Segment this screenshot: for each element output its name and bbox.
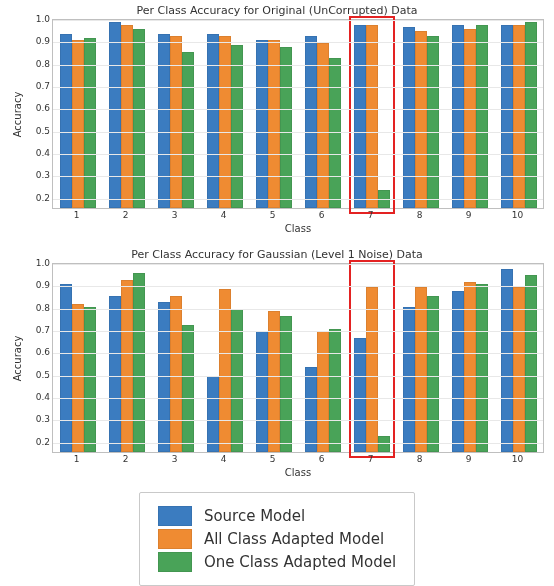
bar	[219, 289, 231, 452]
bar	[329, 58, 341, 208]
bar-group	[256, 18, 292, 208]
bar	[476, 25, 488, 208]
bar-group	[60, 18, 96, 208]
bar	[219, 36, 231, 208]
x-tick: 8	[417, 454, 423, 464]
x-tick: 6	[319, 454, 325, 464]
bar	[366, 287, 378, 452]
x-tick: 3	[172, 210, 178, 220]
bar	[158, 34, 170, 208]
chart-original: Per Class Accuracy for Original (UnCorru…	[10, 4, 544, 234]
x-tick: 10	[512, 454, 523, 464]
x-tick: 7	[368, 210, 374, 220]
bar	[109, 22, 121, 208]
bar-group	[256, 262, 292, 452]
y-tick: 0.8	[36, 59, 50, 69]
bar	[317, 43, 329, 208]
bar-groups	[53, 264, 543, 452]
legend-label: One Class Adapted Model	[204, 553, 396, 571]
bar	[464, 282, 476, 452]
bar-group	[452, 262, 488, 452]
bar	[182, 325, 194, 452]
bar-group	[452, 18, 488, 208]
bar	[305, 367, 317, 452]
bar-group	[158, 18, 194, 208]
chart-title: Per Class Accuracy for Original (UnCorru…	[10, 4, 544, 17]
legend-label: Source Model	[204, 507, 305, 525]
bar	[452, 25, 464, 208]
bar	[415, 31, 427, 208]
bar	[305, 36, 317, 208]
bar	[84, 38, 96, 208]
bar-group	[403, 18, 439, 208]
bar	[427, 36, 439, 208]
y-tick: 0.9	[36, 280, 50, 290]
legend-item-oneclass: One Class Adapted Model	[158, 552, 396, 572]
x-tick: 1	[74, 210, 80, 220]
bar	[464, 29, 476, 208]
bar	[121, 25, 133, 208]
legend-swatch	[158, 552, 192, 572]
bar	[109, 296, 121, 452]
bar	[170, 36, 182, 208]
x-axis: 12345678910	[52, 209, 542, 223]
y-axis-label: Accuracy	[10, 263, 26, 453]
bar-group	[109, 18, 145, 208]
y-tick: 1.0	[36, 258, 50, 268]
y-tick: 0.2	[36, 437, 50, 447]
bar-group	[501, 262, 537, 452]
legend-item-allclass: All Class Adapted Model	[158, 529, 396, 549]
bar	[133, 273, 145, 452]
bar	[513, 287, 525, 452]
x-tick: 2	[123, 454, 129, 464]
bar	[84, 307, 96, 452]
y-axis-label: Accuracy	[10, 19, 26, 209]
plot-area	[52, 263, 544, 453]
bar	[354, 25, 366, 208]
bar	[403, 307, 415, 452]
legend-item-source: Source Model	[158, 506, 396, 526]
x-tick: 8	[417, 210, 423, 220]
x-tick: 6	[319, 210, 325, 220]
bar	[525, 275, 537, 452]
bar-group	[207, 262, 243, 452]
bar	[513, 25, 525, 208]
bar	[427, 296, 439, 452]
y-tick: 1.0	[36, 14, 50, 24]
y-tick: 0.3	[36, 414, 50, 424]
bar-group	[501, 18, 537, 208]
bar	[501, 269, 513, 452]
bar-group	[109, 262, 145, 452]
bar-group	[354, 262, 390, 452]
y-tick: 0.6	[36, 347, 50, 357]
plot-area	[52, 19, 544, 209]
x-axis-label: Class	[52, 223, 544, 234]
bar	[525, 22, 537, 208]
bar-group	[158, 262, 194, 452]
x-tick: 1	[74, 454, 80, 464]
y-tick: 0.6	[36, 103, 50, 113]
bar	[231, 45, 243, 208]
y-tick: 0.4	[36, 392, 50, 402]
x-tick: 7	[368, 454, 374, 464]
chart-gaussian: Per Class Accuracy for Gaussian (Level 1…	[10, 248, 544, 478]
plot-row: Accuracy 0.20.30.40.50.60.70.80.91.0	[10, 19, 544, 209]
x-tick: 9	[466, 210, 472, 220]
legend-container: Source Model All Class Adapted Model One…	[10, 492, 544, 586]
x-tick: 5	[270, 210, 276, 220]
bar	[452, 291, 464, 452]
bar	[133, 29, 145, 208]
bar	[366, 25, 378, 208]
bar	[329, 329, 341, 452]
y-tick: 0.8	[36, 303, 50, 313]
x-tick: 4	[221, 454, 227, 464]
x-tick: 9	[466, 454, 472, 464]
bar-group	[60, 262, 96, 452]
bar	[60, 34, 72, 208]
bar	[207, 34, 219, 208]
y-axis: 0.20.30.40.50.60.70.80.91.0	[26, 19, 52, 209]
bar-group	[207, 18, 243, 208]
bar	[158, 302, 170, 452]
bar	[182, 52, 194, 208]
x-tick: 2	[123, 210, 129, 220]
